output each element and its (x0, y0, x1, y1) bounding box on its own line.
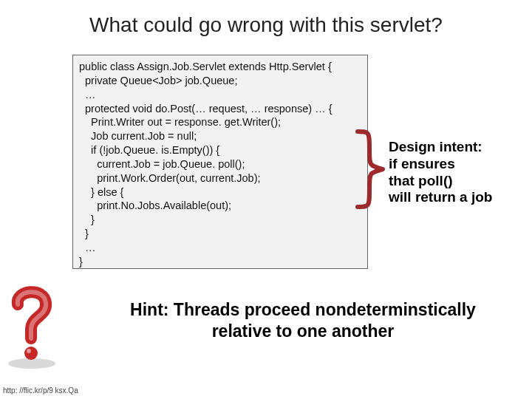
brace-icon (353, 129, 390, 210)
design-intent-annotation: Design intent: if ensures that poll() wi… (389, 139, 529, 206)
code-block: public class Assign.Job.Servlet extends … (72, 55, 368, 269)
annotation-line4: will return a job (389, 189, 492, 205)
credit-url: http: //flic.kr/p/9 ksx.Qa (3, 386, 78, 395)
svg-point-1 (24, 347, 38, 360)
hint-line2: relative to one another (212, 321, 395, 341)
annotation-poll: poll() (418, 173, 452, 188)
slide-title: What could go wrong with this servlet? (0, 0, 532, 37)
annotation-line2: if ensures (389, 156, 455, 171)
hint-text: Hint: Threads proceed nondeterminsticall… (89, 299, 517, 342)
question-mark-icon (1, 282, 62, 371)
annotation-line3a: that (389, 173, 418, 188)
annotation-heading: Design intent: (389, 139, 482, 154)
svg-point-0 (8, 358, 55, 369)
hint-line1: Hint: Threads proceed nondeterminsticall… (130, 300, 476, 319)
svg-point-2 (27, 349, 31, 353)
